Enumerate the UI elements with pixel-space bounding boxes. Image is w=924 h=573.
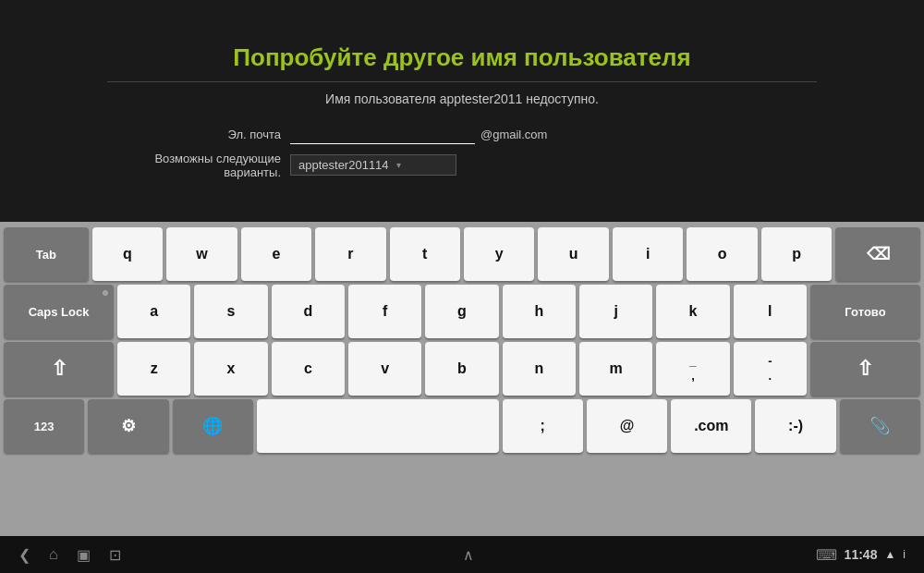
key--[interactable]: @ [587, 399, 667, 453]
key-label-0-6: y [495, 246, 504, 262]
key----[interactable]: :-) [755, 399, 835, 453]
suggestion-box[interactable]: apptester201114 ▾ [290, 154, 456, 176]
back-icon[interactable]: ❮ [18, 546, 30, 564]
key-h[interactable]: h [503, 285, 576, 338]
key-l[interactable]: l [734, 285, 807, 338]
key-label-3-2: 🌐 [202, 416, 223, 436]
key-u[interactable]: u [538, 227, 608, 281]
email-label: Эл. почта [152, 128, 281, 141]
key-label-0-8: i [646, 246, 650, 262]
content-area: Попробуйте другое имя пользователя Имя п… [0, 0, 924, 222]
suggestion-label: Возможны следующие варианты. [152, 152, 281, 179]
key-j[interactable]: j [579, 285, 652, 338]
home-icon[interactable]: ⌂ [49, 546, 58, 563]
key-------[interactable]: Готово [810, 285, 920, 338]
key--[interactable]: ; [503, 399, 583, 453]
key-y[interactable]: y [464, 227, 534, 281]
key--[interactable]: ⚙ [88, 399, 168, 453]
key-label-3-7: :-) [788, 418, 803, 434]
screenshot-icon[interactable]: ⊡ [109, 546, 121, 564]
gmail-suffix: @gmail.com [480, 128, 547, 141]
recent-apps-icon[interactable]: ▣ [77, 546, 91, 564]
key-x[interactable]: x [194, 342, 267, 396]
key----[interactable]: -. [734, 342, 807, 396]
keyboard-icon[interactable]: ⌨ [816, 546, 837, 564]
key-label-0-9: o [718, 246, 727, 262]
key-label-1-8: k [689, 303, 698, 320]
key-label-0-7: u [569, 246, 578, 262]
key-label-0-5: t [422, 246, 427, 262]
key-label-2-10: ⇧ [857, 357, 873, 381]
key-z[interactable]: z [117, 342, 190, 396]
keyboard-row-3: 123⚙🌐;@.com:-)📎 [4, 399, 920, 453]
key-k[interactable]: k [656, 285, 729, 338]
key-label-2-0: ⇧ [51, 357, 67, 381]
key-label-1-1: a [150, 303, 158, 320]
key-w[interactable]: w [166, 227, 237, 281]
key-123[interactable]: 123 [4, 399, 84, 453]
email-input[interactable] [290, 125, 475, 144]
suggestion-row: Возможны следующие варианты. apptester20… [152, 152, 772, 179]
keyboard-area: Tabqwertyuiop⌫Caps LockasdfghjklГотово⇧z… [0, 222, 924, 536]
keyboard-row-0: Tabqwertyuiop⌫ [4, 227, 920, 281]
keyboard-row-1: Caps LockasdfghjklГотово [4, 285, 920, 338]
nav-bar: ❮ ⌂ ▣ ⊡ ∧ ⌨ 11:48 ▲ i [0, 536, 924, 573]
form-area: Эл. почта @gmail.com Возможны следующие … [152, 125, 772, 179]
key-label-3-8: 📎 [869, 416, 890, 436]
caps-lock-indicator [103, 290, 108, 296]
key-label-0-11: ⌫ [867, 244, 890, 264]
key-d[interactable]: d [272, 285, 345, 338]
key-q[interactable]: q [92, 227, 163, 281]
clock-display: 11:48 [845, 547, 878, 562]
nav-center: ∧ [463, 546, 474, 564]
key-label-2-1: z [151, 360, 158, 377]
key---[interactable]: 📎 [840, 399, 920, 453]
key-label-2-4: v [381, 360, 389, 377]
key-t[interactable]: t [390, 227, 460, 281]
subtitle-text: Имя пользователя apptester2011 недоступн… [325, 91, 599, 106]
key----[interactable]: _, [656, 342, 729, 396]
key-label-1-3: d [303, 303, 312, 320]
key---[interactable]: 🌐 [173, 399, 253, 453]
up-icon[interactable]: ∧ [463, 546, 474, 564]
key-label-0-2: w [196, 246, 207, 262]
key-label-1-10: Готово [845, 305, 885, 319]
key-r[interactable]: r [315, 227, 385, 281]
key-e[interactable]: e [241, 227, 311, 281]
page-title: Попробуйте другое имя пользователя [107, 43, 817, 82]
key-a[interactable]: a [117, 285, 190, 338]
key-label-2-8: _, [689, 354, 696, 383]
key-label-2-3: c [304, 360, 312, 377]
key-s[interactable]: s [194, 285, 267, 338]
key-v[interactable]: v [348, 342, 421, 396]
key-label-0-10: p [792, 246, 801, 262]
key-b[interactable]: b [425, 342, 498, 396]
key--com[interactable]: .com [671, 399, 751, 453]
key-g[interactable]: g [425, 285, 498, 338]
key-Tab[interactable]: Tab [4, 227, 89, 281]
email-row: Эл. почта @gmail.com [152, 125, 772, 144]
key--[interactable]: ⌫ [835, 227, 920, 281]
key-i[interactable]: i [613, 227, 683, 281]
nav-left: ❮ ⌂ ▣ ⊡ [18, 546, 121, 564]
key-Caps-Lock[interactable]: Caps Lock [4, 285, 114, 338]
key-label-1-4: f [383, 303, 387, 320]
key-p[interactable]: p [761, 227, 832, 281]
keyboard-row-2: ⇧zxcvbnm_,-.⇧ [4, 342, 920, 396]
suggestion-arrow-icon: ▾ [396, 160, 401, 170]
key-label-1-0: Caps Lock [29, 305, 90, 319]
key-label-1-2: s [227, 303, 236, 320]
key-n[interactable]: n [503, 342, 576, 396]
key--[interactable]: ⇧ [810, 342, 920, 396]
key-o[interactable]: o [687, 227, 757, 281]
key-label-2-5: b [457, 360, 467, 377]
key-f[interactable]: f [348, 285, 421, 338]
email-input-wrapper: @gmail.com [290, 125, 547, 144]
key-label-0-4: r [347, 246, 353, 262]
key-label-2-9: -. [768, 354, 772, 383]
key-label-3-0: 123 [34, 420, 55, 433]
key--[interactable]: ⇧ [4, 342, 114, 396]
key-m[interactable]: m [579, 342, 652, 396]
key---------[interactable] [257, 399, 499, 453]
key-c[interactable]: c [272, 342, 345, 396]
